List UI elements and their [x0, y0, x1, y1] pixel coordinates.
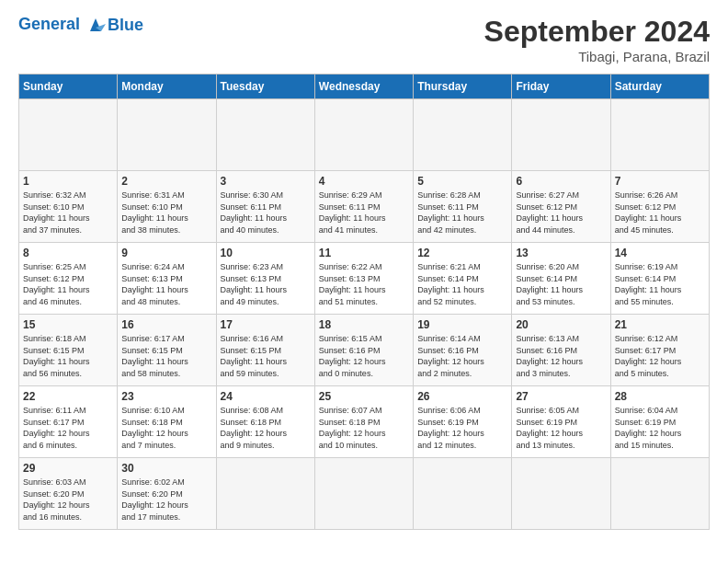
- day-number: 23: [121, 390, 211, 403]
- cell-content: Sunrise: 6:15 AM Sunset: 6:16 PM Dayligh…: [319, 333, 409, 379]
- table-row: 16Sunrise: 6:17 AM Sunset: 6:15 PM Dayli…: [118, 315, 216, 386]
- cell-content: Sunrise: 6:04 AM Sunset: 6:19 PM Dayligh…: [615, 405, 705, 451]
- day-number: 17: [221, 318, 311, 331]
- table-row: 7Sunrise: 6:26 AM Sunset: 6:12 PM Daylig…: [610, 171, 709, 243]
- table-row: 27Sunrise: 6:05 AM Sunset: 6:19 PM Dayli…: [512, 386, 610, 458]
- table-row: 11Sunrise: 6:22 AM Sunset: 6:13 PM Dayli…: [314, 243, 413, 315]
- cell-content: Sunrise: 6:17 AM Sunset: 6:15 PM Dayligh…: [121, 333, 211, 379]
- table-row: 21Sunrise: 6:12 AM Sunset: 6:17 PM Dayli…: [610, 315, 709, 386]
- cell-content: Sunrise: 6:20 AM Sunset: 6:14 PM Dayligh…: [516, 261, 606, 307]
- cell-content: Sunrise: 6:32 AM Sunset: 6:10 PM Dayligh…: [23, 190, 113, 236]
- cell-content: Sunrise: 6:13 AM Sunset: 6:16 PM Dayligh…: [516, 333, 606, 379]
- col-saturday: Saturday: [610, 75, 709, 99]
- table-row: 18Sunrise: 6:15 AM Sunset: 6:16 PM Dayli…: [314, 315, 413, 386]
- table-row: 8Sunrise: 6:25 AM Sunset: 6:12 PM Daylig…: [19, 243, 118, 315]
- col-monday: Monday: [118, 75, 216, 99]
- header-row: Sunday Monday Tuesday Wednesday Thursday…: [19, 75, 710, 99]
- table-row: [314, 458, 413, 530]
- day-number: 25: [319, 390, 409, 403]
- table-row: 20Sunrise: 6:13 AM Sunset: 6:16 PM Dayli…: [512, 315, 610, 386]
- cell-content: Sunrise: 6:23 AM Sunset: 6:13 PM Dayligh…: [221, 261, 311, 307]
- day-number: 2: [121, 175, 211, 188]
- day-number: 3: [221, 175, 311, 188]
- day-number: 19: [417, 318, 507, 331]
- table-row: 10Sunrise: 6:23 AM Sunset: 6:13 PM Dayli…: [216, 243, 314, 315]
- cell-content: Sunrise: 6:24 AM Sunset: 6:13 PM Dayligh…: [121, 261, 211, 307]
- cell-content: Sunrise: 6:11 AM Sunset: 6:17 PM Dayligh…: [23, 405, 113, 451]
- table-row: 25Sunrise: 6:07 AM Sunset: 6:18 PM Dayli…: [314, 386, 413, 458]
- header: General Blue September 2024 Tibagi, Para…: [18, 15, 710, 64]
- table-row: 30Sunrise: 6:02 AM Sunset: 6:20 PM Dayli…: [118, 458, 216, 530]
- day-number: 6: [516, 175, 606, 188]
- table-row: 17Sunrise: 6:16 AM Sunset: 6:15 PM Dayli…: [216, 315, 314, 386]
- col-wednesday: Wednesday: [314, 75, 413, 99]
- cell-content: Sunrise: 6:30 AM Sunset: 6:11 PM Dayligh…: [221, 190, 311, 236]
- cell-content: Sunrise: 6:31 AM Sunset: 6:10 PM Dayligh…: [121, 190, 211, 236]
- day-number: 28: [615, 390, 705, 403]
- day-number: 26: [417, 390, 507, 403]
- calendar-week-3: 8Sunrise: 6:25 AM Sunset: 6:12 PM Daylig…: [19, 243, 710, 315]
- table-row: 6Sunrise: 6:27 AM Sunset: 6:12 PM Daylig…: [512, 171, 610, 243]
- table-row: 9Sunrise: 6:24 AM Sunset: 6:13 PM Daylig…: [118, 243, 216, 315]
- col-thursday: Thursday: [414, 75, 512, 99]
- calendar-week-6: 29Sunrise: 6:03 AM Sunset: 6:20 PM Dayli…: [19, 458, 710, 530]
- day-number: 27: [516, 390, 606, 403]
- calendar-week-1: [19, 99, 710, 171]
- table-row: [19, 99, 118, 171]
- day-number: 29: [23, 462, 113, 475]
- location: Tibagi, Parana, Brazil: [484, 49, 710, 64]
- cell-content: Sunrise: 6:22 AM Sunset: 6:13 PM Dayligh…: [319, 261, 409, 307]
- table-row: 4Sunrise: 6:29 AM Sunset: 6:11 PM Daylig…: [314, 171, 413, 243]
- day-number: 9: [121, 247, 211, 259]
- table-row: [610, 99, 709, 171]
- day-number: 30: [121, 462, 211, 475]
- table-row: [610, 458, 709, 530]
- day-number: 1: [23, 175, 113, 188]
- cell-content: Sunrise: 6:19 AM Sunset: 6:14 PM Dayligh…: [615, 261, 705, 307]
- table-row: 14Sunrise: 6:19 AM Sunset: 6:14 PM Dayli…: [610, 243, 709, 315]
- cell-content: Sunrise: 6:12 AM Sunset: 6:17 PM Dayligh…: [615, 333, 705, 379]
- table-row: 26Sunrise: 6:06 AM Sunset: 6:19 PM Dayli…: [414, 386, 512, 458]
- day-number: 20: [516, 318, 606, 331]
- table-row: 13Sunrise: 6:20 AM Sunset: 6:14 PM Dayli…: [512, 243, 610, 315]
- logo: General Blue: [18, 15, 143, 35]
- table-row: 5Sunrise: 6:28 AM Sunset: 6:11 PM Daylig…: [414, 171, 512, 243]
- logo-icon: [85, 15, 106, 35]
- cell-content: Sunrise: 6:10 AM Sunset: 6:18 PM Dayligh…: [121, 405, 211, 451]
- cell-content: Sunrise: 6:21 AM Sunset: 6:14 PM Dayligh…: [417, 261, 507, 307]
- day-number: 7: [615, 175, 705, 188]
- table-row: 19Sunrise: 6:14 AM Sunset: 6:16 PM Dayli…: [414, 315, 512, 386]
- title-block: September 2024 Tibagi, Parana, Brazil: [484, 15, 710, 64]
- cell-content: Sunrise: 6:27 AM Sunset: 6:12 PM Dayligh…: [516, 190, 606, 236]
- table-row: 2Sunrise: 6:31 AM Sunset: 6:10 PM Daylig…: [118, 171, 216, 243]
- table-row: 15Sunrise: 6:18 AM Sunset: 6:15 PM Dayli…: [19, 315, 118, 386]
- cell-content: Sunrise: 6:28 AM Sunset: 6:11 PM Dayligh…: [417, 190, 507, 236]
- day-number: 22: [23, 390, 113, 403]
- day-number: 10: [221, 247, 311, 259]
- cell-content: Sunrise: 6:05 AM Sunset: 6:19 PM Dayligh…: [516, 405, 606, 451]
- day-number: 21: [615, 318, 705, 331]
- table-row: 3Sunrise: 6:30 AM Sunset: 6:11 PM Daylig…: [216, 171, 314, 243]
- cell-content: Sunrise: 6:18 AM Sunset: 6:15 PM Dayligh…: [23, 333, 113, 379]
- day-number: 16: [121, 318, 211, 331]
- table-row: 12Sunrise: 6:21 AM Sunset: 6:14 PM Dayli…: [414, 243, 512, 315]
- page: General Blue September 2024 Tibagi, Para…: [0, 0, 728, 545]
- cell-content: Sunrise: 6:25 AM Sunset: 6:12 PM Dayligh…: [23, 261, 113, 307]
- day-number: 11: [319, 247, 409, 259]
- cell-content: Sunrise: 6:26 AM Sunset: 6:12 PM Dayligh…: [615, 190, 705, 236]
- cell-content: Sunrise: 6:14 AM Sunset: 6:16 PM Dayligh…: [417, 333, 507, 379]
- table-row: [414, 458, 512, 530]
- day-number: 8: [23, 247, 113, 259]
- table-row: 24Sunrise: 6:08 AM Sunset: 6:18 PM Dayli…: [216, 386, 314, 458]
- day-number: 24: [221, 390, 311, 403]
- table-row: 23Sunrise: 6:10 AM Sunset: 6:18 PM Dayli…: [118, 386, 216, 458]
- table-row: [118, 99, 216, 171]
- calendar-week-4: 15Sunrise: 6:18 AM Sunset: 6:15 PM Dayli…: [19, 315, 710, 386]
- calendar-week-5: 22Sunrise: 6:11 AM Sunset: 6:17 PM Dayli…: [19, 386, 710, 458]
- month-title: September 2024: [484, 15, 710, 49]
- table-row: [512, 99, 610, 171]
- table-row: 28Sunrise: 6:04 AM Sunset: 6:19 PM Dayli…: [610, 386, 709, 458]
- day-number: 13: [516, 247, 606, 259]
- table-row: 22Sunrise: 6:11 AM Sunset: 6:17 PM Dayli…: [19, 386, 118, 458]
- table-row: [512, 458, 610, 530]
